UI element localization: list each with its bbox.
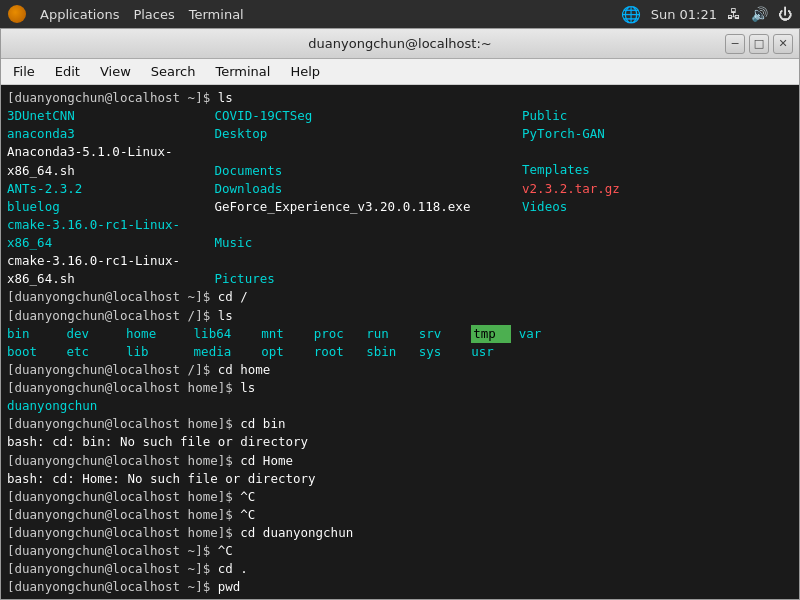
terminal-line: [duanyongchun@localhost home]$ ^C	[7, 506, 793, 524]
terminal-line: 3DUnetCNN COVID-19CTSeg Public	[7, 107, 793, 125]
terminal-line: bash: cd: Home: No such file or director…	[7, 470, 793, 488]
terminal-body[interactable]: [duanyongchun@localhost ~]$ ls 3DUnetCNN…	[1, 85, 799, 599]
terminal-line: bluelog GeForce_Experience_v3.20.0.118.e…	[7, 198, 793, 216]
terminal-line: [duanyongchun@localhost ~]$ ls	[7, 89, 793, 107]
terminal-line: duanyongchun	[7, 397, 793, 415]
terminal-line: /home/duanyongchun	[7, 597, 793, 600]
terminal-line: [duanyongchun@localhost home]$ cd duanyo…	[7, 524, 793, 542]
menu-bar: File Edit View Search Terminal Help	[1, 59, 799, 85]
applications-menu[interactable]: Applications	[40, 7, 119, 22]
title-bar: duanyongchun@localhost:~ − □ ✕	[1, 29, 799, 59]
terminal-line: [duanyongchun@localhost /]$ cd home	[7, 361, 793, 379]
terminal-line: [duanyongchun@localhost ~]$ ^C	[7, 542, 793, 560]
terminal-line: cmake-3.16.0-rc1-Linux-x86_64.sh Picture…	[7, 252, 793, 288]
network-icon: 🌐	[621, 5, 641, 24]
menu-view[interactable]: View	[92, 62, 139, 81]
menu-help[interactable]: Help	[282, 62, 328, 81]
terminal-window: duanyongchun@localhost:~ − □ ✕ File Edit…	[0, 28, 800, 600]
terminal-line: Anaconda3-5.1.0-Linux-x86_64.sh Document…	[7, 143, 793, 179]
places-menu[interactable]: Places	[133, 7, 174, 22]
menu-search[interactable]: Search	[143, 62, 204, 81]
menu-file[interactable]: File	[5, 62, 43, 81]
terminal-line: [duanyongchun@localhost home]$ cd bin	[7, 415, 793, 433]
minimize-button[interactable]: −	[725, 34, 745, 54]
maximize-button[interactable]: □	[749, 34, 769, 54]
terminal-line: ANTs-2.3.2 Downloads v2.3.2.tar.gz	[7, 180, 793, 198]
terminal-line: bin dev home lib64 mnt proc run srv tmp …	[7, 325, 793, 343]
network-status-icon: 🖧	[727, 6, 741, 22]
datetime: Sun 01:21	[651, 7, 717, 22]
close-button[interactable]: ✕	[773, 34, 793, 54]
terminal-line: [duanyongchun@localhost /]$ ls	[7, 307, 793, 325]
terminal-menu[interactable]: Terminal	[189, 7, 244, 22]
menu-terminal[interactable]: Terminal	[207, 62, 278, 81]
power-icon[interactable]: ⏻	[778, 6, 792, 22]
system-logo-icon	[8, 5, 26, 23]
terminal-line: [duanyongchun@localhost home]$ ^C	[7, 488, 793, 506]
menu-edit[interactable]: Edit	[47, 62, 88, 81]
terminal-line: anaconda3 Desktop PyTorch-GAN	[7, 125, 793, 143]
volume-icon: 🔊	[751, 6, 768, 22]
terminal-line: [duanyongchun@localhost home]$ ls	[7, 379, 793, 397]
terminal-line: boot etc lib media opt root sbin sys usr	[7, 343, 793, 361]
terminal-line: cmake-3.16.0-rc1-Linux-x86_64 Music	[7, 216, 793, 252]
terminal-line: [duanyongchun@localhost home]$ cd Home	[7, 452, 793, 470]
terminal-line: bash: cd: bin: No such file or directory	[7, 433, 793, 451]
terminal-line: [duanyongchun@localhost ~]$ cd .	[7, 560, 793, 578]
window-title: duanyongchun@localhost:~	[308, 36, 491, 51]
terminal-line: [duanyongchun@localhost ~]$ cd /	[7, 288, 793, 306]
system-bar: Applications Places Terminal 🌐 Sun 01:21…	[0, 0, 800, 28]
terminal-line: [duanyongchun@localhost ~]$ pwd	[7, 578, 793, 596]
